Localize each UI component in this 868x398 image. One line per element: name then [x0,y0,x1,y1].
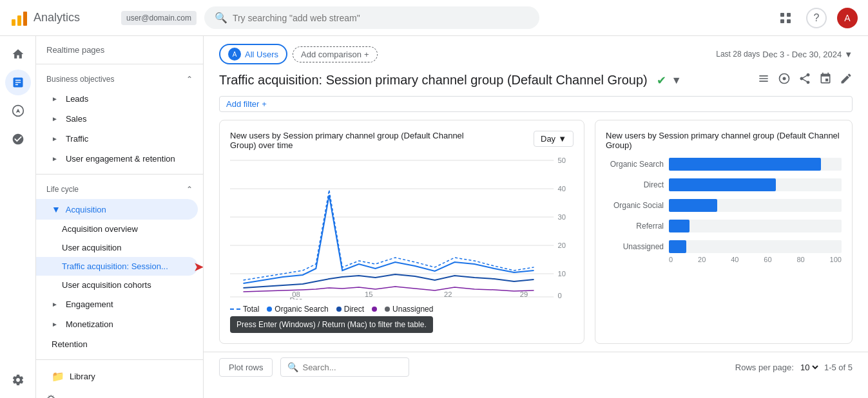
lifecycle-header[interactable]: Life cycle ⌃ [36,180,203,199]
reports-icon[interactable] [5,70,31,95]
date-range[interactable]: Last 28 days Dec 3 - Dec 30, 2024 ▼ [716,50,853,59]
date-range-chevron-icon: ▼ [844,50,853,59]
tooltip-container: Press Enter (Windows) / Return (Mac) to … [230,316,433,333]
columns-icon[interactable] [757,72,770,88]
bar-x-20: 20 [698,256,706,263]
home-icon[interactable] [5,41,31,67]
insights-icon[interactable] [778,72,791,88]
all-users-avatar: A [228,48,241,61]
rows-per-page-select[interactable]: 10 25 50 [798,362,820,373]
bar-row-referral: Referral [606,220,842,232]
report-title-row: Traffic acquisition: Session primary cha… [204,70,868,93]
search-input[interactable] [233,13,529,23]
legend-organic-search-dot [267,307,272,312]
day-selector-chevron: ▼ [558,134,566,144]
sidebar-item-acquisition[interactable]: ▼ Acquisition [36,199,198,220]
date-range-value: Dec 3 - Dec 30, 2024 [762,50,842,59]
svg-text:Dec: Dec [289,296,302,299]
avatar[interactable]: A [837,8,858,28]
rows-per-page-label: Rows per page: [735,363,794,372]
sidebar-item-traffic[interactable]: ► Traffic [36,129,203,149]
help-icon[interactable]: ? [806,8,827,28]
bar-fill-organic-search [669,158,821,171]
sidebar-sub-traffic-acquisition[interactable]: Traffic acquisition: Session... ➤ [36,257,198,276]
sidebar-item-leads[interactable]: ► Leads [36,89,203,109]
advertising-icon[interactable] [5,126,31,152]
account-chip[interactable]: user@domain.com [121,11,197,25]
svg-text:15: 15 [365,290,373,298]
sidebar-sub-user-acq-cohorts[interactable]: User acquisition cohorts [36,276,203,294]
tooltip-text: Press Enter (Windows) / Return (Mac) to … [236,320,427,329]
svg-text:22: 22 [444,290,452,298]
legend-unassigned-dot [385,307,390,312]
explore-icon[interactable] [5,98,31,124]
bar-track-organic-search [669,158,842,171]
sidebar-divider-2 [36,174,203,175]
all-users-label: All Users [245,50,278,59]
sidebar-item-user-engagement[interactable]: ► User engagement & retention [36,149,203,169]
sidebar-sub-user-acquisition[interactable]: User acquisition [36,238,203,257]
retention-label: Retention [52,339,88,349]
settings-gear-icon: ⚙ [46,393,55,398]
share-icon[interactable] [798,72,811,88]
svg-rect-2 [23,12,27,26]
plot-rows-button[interactable]: Plot rows [219,358,273,377]
line-chart-legend: Total Organic Search Direct [230,305,574,314]
report-title: Traffic acquisition: Session primary cha… [219,73,648,88]
traffic-label: Traffic [66,134,88,144]
business-objectives-label: Business objectives [46,75,114,84]
topbar: Analytics user@domain.com 🔍 ? A [0,0,868,36]
sidebar-item-monetization[interactable]: ► Monetization [36,314,203,334]
sidebar-item-library[interactable]: 📁 Library [36,365,203,388]
sidebar-item-retention[interactable]: Retention [36,334,203,354]
bar-row-direct: Direct [606,178,842,191]
legend-total: Total [230,305,259,314]
svg-rect-5 [780,19,784,23]
sales-label: Sales [66,114,87,124]
bar-chart-title: New users by Session primary channel gro… [606,131,842,150]
bar-row-organic-social: Organic Social [606,199,842,212]
comparison-icon[interactable] [819,72,832,88]
sidebar-sub-acquisition-overview[interactable]: Acquisition overview [36,220,203,238]
main-layout: Realtime pages Business objectives ⌃ ► L… [0,36,868,398]
icon-rail [0,36,36,398]
all-users-chip[interactable]: A All Users [219,44,287,64]
legend-total-label: Total [243,305,259,314]
legend-direct-dot [336,307,342,312]
day-selector-label: Day [541,134,555,144]
apps-icon[interactable] [775,8,796,28]
bar-label-referral: Referral [606,222,664,231]
sidebar-divider-3 [36,359,203,360]
check-circle-icon: ✔ [657,73,666,88]
legend-direct: Direct [336,305,364,314]
search-bar[interactable]: 🔍 [204,6,539,29]
search-input-wrapper[interactable]: 🔍 [280,357,409,377]
engagement2-label: Engagement [66,299,113,309]
title-dropdown-icon[interactable]: ▼ [671,75,682,86]
table-search-input[interactable] [302,363,402,372]
sidebar-item-sales[interactable]: ► Sales [36,109,203,129]
bar-track-direct [669,178,842,191]
settings-footer[interactable]: ⚙ [36,388,203,398]
library-label: Library [70,372,95,381]
report-title-icons [757,72,853,88]
add-comparison-button[interactable]: Add comparison + [293,46,378,62]
add-filter-button[interactable]: Add filter + [219,96,853,112]
traffic-acq-label: Traffic acquisition: Session... [62,261,168,271]
bar-fill-organic-social [669,199,717,212]
sidebar-item-engagement[interactable]: ► Engagement [36,294,203,314]
sidebar-item-realtime[interactable]: Realtime pages [36,41,203,59]
traffic-chevron: ► [52,135,58,142]
legend-direct-label: Direct [344,305,364,314]
svg-point-9 [783,77,786,81]
sales-chevron: ► [52,115,58,122]
bar-track-unassigned [669,240,842,253]
bar-label-unassigned: Unassigned [606,242,664,251]
bar-label-organic-search: Organic Search [606,160,664,169]
charts-container: New users by Session primary channel gro… [204,120,868,352]
edit-icon[interactable] [840,72,853,88]
admin-icon[interactable] [5,367,31,393]
sidebar-section-business[interactable]: Business objectives ⌃ [36,70,203,89]
day-selector[interactable]: Day ▼ [534,131,574,147]
bar-x-labels: 0 20 40 60 80 100 [606,256,842,263]
